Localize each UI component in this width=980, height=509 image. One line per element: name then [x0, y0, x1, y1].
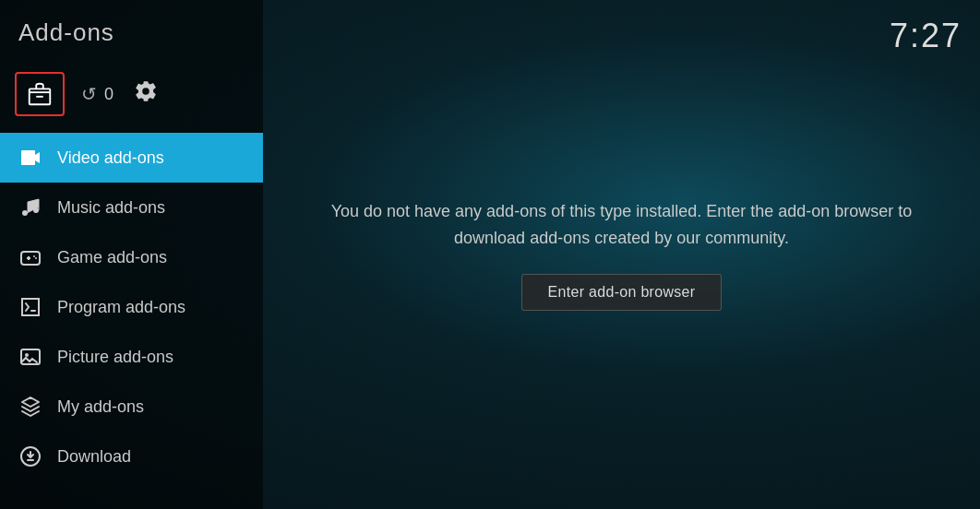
- sidebar-item-music[interactable]: Music add-ons: [0, 183, 263, 232]
- svg-point-8: [33, 255, 35, 257]
- refresh-area[interactable]: ↺ 0: [81, 83, 114, 105]
- sidebar-item-picture-label: Picture add-ons: [57, 348, 173, 367]
- svg-point-3: [22, 210, 28, 216]
- sidebar-item-program-label: Program add-ons: [57, 298, 185, 317]
- svg-point-9: [35, 257, 37, 259]
- sidebar-item-game[interactable]: Game add-ons: [0, 232, 263, 282]
- video-icon: [18, 146, 42, 170]
- addon-box-button[interactable]: [15, 72, 65, 116]
- svg-rect-2: [21, 150, 35, 165]
- picture-icon: [18, 345, 42, 369]
- sidebar-item-download[interactable]: Download: [0, 432, 263, 481]
- main-content: You do not have any add-ons of this type…: [263, 0, 980, 509]
- myaddon-icon: [18, 395, 42, 419]
- game-icon: [18, 245, 42, 269]
- refresh-count: 0: [104, 85, 114, 104]
- empty-message-text: You do not have any add-ons of this type…: [308, 198, 936, 252]
- download-icon: [18, 444, 42, 468]
- enter-browser-button[interactable]: Enter add-on browser: [521, 274, 723, 311]
- sidebar-item-myaddon[interactable]: My add-ons: [0, 382, 263, 432]
- sidebar: ↺ 0 Video add-ons Music add-ons: [0, 0, 263, 509]
- sidebar-item-video[interactable]: Video add-ons: [0, 133, 263, 183]
- svg-point-11: [25, 353, 29, 357]
- sidebar-item-video-label: Video add-ons: [57, 148, 164, 168]
- clock: 7:27: [890, 17, 962, 55]
- sidebar-item-picture[interactable]: Picture add-ons: [0, 332, 263, 382]
- sidebar-item-download-label: Download: [57, 447, 131, 467]
- header: Add-ons 7:27: [0, 0, 980, 65]
- sidebar-item-music-label: Music add-ons: [57, 198, 165, 218]
- nav-menu: Video add-ons Music add-ons Game add-ons…: [0, 133, 263, 509]
- sidebar-item-game-label: Game add-ons: [57, 248, 167, 267]
- settings-button[interactable]: [134, 79, 158, 109]
- gear-icon: [134, 79, 158, 103]
- page-title: Add-ons: [18, 18, 114, 47]
- sidebar-top-icons: ↺ 0: [0, 55, 263, 133]
- music-icon: [18, 195, 42, 219]
- addon-box-icon: [26, 80, 54, 108]
- refresh-icon: ↺: [81, 83, 97, 105]
- program-icon: [18, 295, 42, 319]
- sidebar-item-program[interactable]: Program add-ons: [0, 282, 263, 332]
- empty-state: You do not have any add-ons of this type…: [308, 198, 936, 311]
- sidebar-item-myaddon-label: My add-ons: [57, 397, 144, 417]
